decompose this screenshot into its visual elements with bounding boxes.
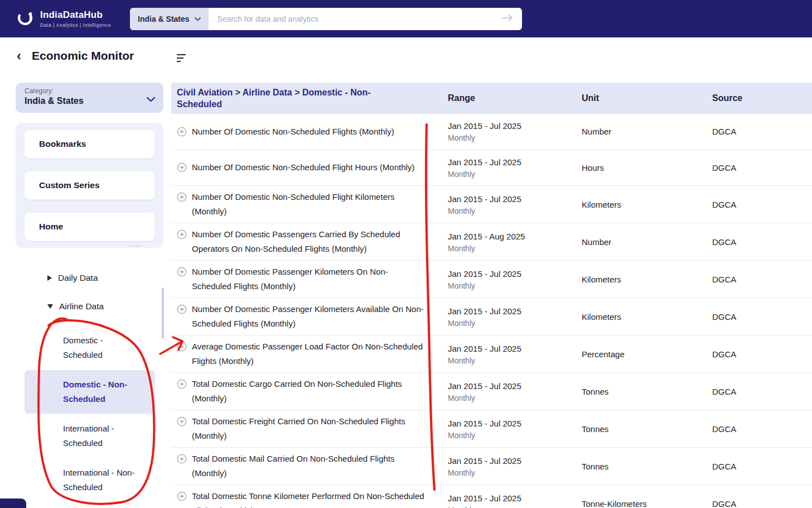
tree-item-domestic-scheduled[interactable]: Domestic - Scheduled: [25, 326, 155, 370]
region-selector-dropdown[interactable]: India & States: [130, 8, 209, 30]
series-source: DGCA: [712, 163, 812, 172]
series-name: Number Of Domestic Passenger Kilometers …: [192, 302, 426, 331]
series-frequency: Monthly: [448, 392, 582, 404]
table-row[interactable]: Number Of Domestic Non-Scheduled Flight …: [171, 150, 812, 186]
table-row[interactable]: Total Domestic Tonne Kilometer Performed…: [171, 485, 812, 508]
add-series-icon[interactable]: [177, 127, 187, 139]
series-source: DGCA: [712, 462, 812, 471]
table-row[interactable]: Number Of Domestic Non-Scheduled Flights…: [171, 114, 812, 150]
brand[interactable]: IndiaDataHub Data | Analytics | Intellig…: [17, 9, 111, 29]
series-source: DGCA: [712, 200, 812, 209]
add-series-icon[interactable]: [177, 454, 187, 466]
column-header-range: Range: [448, 93, 582, 103]
add-series-icon[interactable]: [177, 416, 187, 429]
add-series-icon[interactable]: [177, 342, 187, 354]
series-unit: Kilometers: [582, 312, 712, 322]
brand-name: IndiaDataHub: [40, 9, 111, 21]
series-table: Civil Aviation > Airline Data > Domestic…: [171, 83, 812, 508]
category-label: Category:: [25, 87, 154, 95]
series-unit: Tonnes: [582, 387, 712, 396]
search-submit-arrow-icon[interactable]: [501, 14, 514, 24]
series-range: Jan 2015 - Jul 2025: [448, 380, 582, 392]
series-frequency: Monthly: [448, 430, 582, 441]
chevron-down-icon: [195, 17, 201, 21]
tree-label: Domestic - Non-Scheduled: [63, 377, 139, 406]
table-header: Civil Aviation > Airline Data > Domestic…: [171, 83, 812, 114]
breadcrumb: Civil Aviation > Airline Data > Domestic…: [171, 87, 400, 110]
tree-label: Airline Data: [59, 301, 104, 311]
add-series-icon[interactable]: [177, 162, 187, 175]
chat-widget-stub[interactable]: [0, 499, 26, 508]
add-series-icon[interactable]: [177, 229, 187, 242]
series-unit: Number: [582, 237, 712, 247]
table-row[interactable]: Total Domestic Mail Carried On Non-Sched…: [171, 448, 812, 485]
back-chevron-icon[interactable]: ‹: [17, 49, 21, 63]
series-frequency: Monthly: [448, 355, 582, 366]
series-name: Average Domestic Passenger Load Factor O…: [192, 339, 426, 368]
series-unit: Tonnes: [582, 424, 712, 434]
sidebar-item-custom-series[interactable]: Custom Series: [24, 171, 155, 200]
caret-right-icon: [47, 275, 52, 281]
add-series-icon[interactable]: [177, 304, 187, 317]
table-row[interactable]: Number Of Domestic Passengers Carried By…: [171, 223, 812, 261]
series-range: Jan 2015 - Jul 2025: [448, 454, 582, 467]
series-unit: Tonnes: [582, 462, 712, 471]
series-frequency: Monthly: [448, 280, 582, 291]
tree-item-airline-data[interactable]: Airline Data: [16, 298, 163, 315]
add-series-icon[interactable]: [177, 491, 187, 504]
table-row[interactable]: Number Of Domestic Non-Scheduled Flight …: [171, 186, 812, 223]
series-source: DGCA: [712, 237, 812, 247]
series-range: Jan 2015 - Jul 2025: [448, 156, 582, 169]
series-source: DGCA: [712, 312, 812, 322]
series-name: Number Of Domestic Passenger Kilometers …: [192, 265, 426, 294]
series-source: DGCA: [712, 424, 812, 434]
tree-item-daily-data[interactable]: Daily Data: [16, 269, 163, 286]
add-series-icon[interactable]: [177, 379, 187, 391]
category-value: India & States: [25, 96, 154, 106]
panel-resize-handle[interactable]: ····: [128, 241, 142, 250]
series-range: Jan 2015 - Jul 2025: [448, 342, 582, 355]
search-input[interactable]: [209, 15, 501, 23]
column-header-source: Source: [712, 93, 812, 103]
brand-tagline: Data | Analytics | Intelligence: [40, 22, 111, 28]
tree-item-international-non-scheduled[interactable]: International - Non-Scheduled: [25, 458, 155, 502]
series-frequency: Monthly: [448, 169, 582, 180]
series-name: Total Domestic Freight Carried On Non-Sc…: [192, 414, 426, 443]
sidebar-scrollbar[interactable]: [162, 287, 164, 339]
series-unit: Number: [582, 127, 712, 136]
tree-item-domestic-non-scheduled[interactable]: Domestic - Non-Scheduled: [25, 370, 155, 414]
series-name: Number Of Domestic Non-Scheduled Flight …: [192, 160, 414, 175]
caret-down-icon: [47, 304, 53, 309]
topbar: IndiaDataHub Data | Analytics | Intellig…: [0, 0, 812, 37]
series-name: Number Of Domestic Non-Scheduled Flight …: [192, 190, 426, 219]
chevron-down-icon: [146, 94, 156, 104]
series-source: DGCA: [712, 387, 812, 396]
add-series-icon[interactable]: [177, 267, 187, 279]
sidebar-item-bookmarks[interactable]: Bookmarks: [24, 130, 155, 159]
add-series-icon[interactable]: [177, 192, 187, 204]
table-row[interactable]: Total Domestic Freight Carried On Non-Sc…: [171, 410, 812, 448]
series-range: Jan 2015 - Jul 2025: [448, 267, 582, 280]
region-selector-value: India & States: [138, 15, 190, 23]
series-unit: Kilometers: [582, 275, 712, 284]
filter-icon[interactable]: [176, 53, 186, 64]
series-frequency: Monthly: [448, 467, 582, 478]
table-row[interactable]: Total Domestic Cargo Carried On Non-Sche…: [171, 373, 812, 410]
category-selector[interactable]: Category: India & States: [16, 83, 163, 113]
series-unit: Tonne-Kilometers: [582, 499, 712, 508]
series-frequency: Monthly: [448, 205, 582, 217]
tree-label: International - Scheduled: [63, 421, 139, 451]
tree-label: Domestic - Scheduled: [63, 333, 139, 362]
series-frequency: Monthly: [448, 132, 582, 143]
sidebar-nav: Bookmarks Custom Series Home: [16, 123, 163, 248]
series-unit: Kilometers: [582, 200, 712, 209]
table-row[interactable]: Number Of Domestic Passenger Kilometers …: [171, 261, 812, 298]
series-source: DGCA: [712, 499, 812, 508]
series-range: Jan 2015 - Jul 2025: [448, 417, 582, 430]
tree-item-international-scheduled[interactable]: International - Scheduled: [25, 414, 155, 458]
series-range: Jan 2015 - Jul 2025: [448, 305, 582, 318]
sidebar-item-home[interactable]: Home: [24, 212, 155, 241]
table-row[interactable]: Number Of Domestic Passenger Kilometers …: [171, 298, 812, 336]
table-row[interactable]: Average Domestic Passenger Load Factor O…: [171, 336, 812, 373]
series-unit: Hours: [582, 163, 712, 172]
